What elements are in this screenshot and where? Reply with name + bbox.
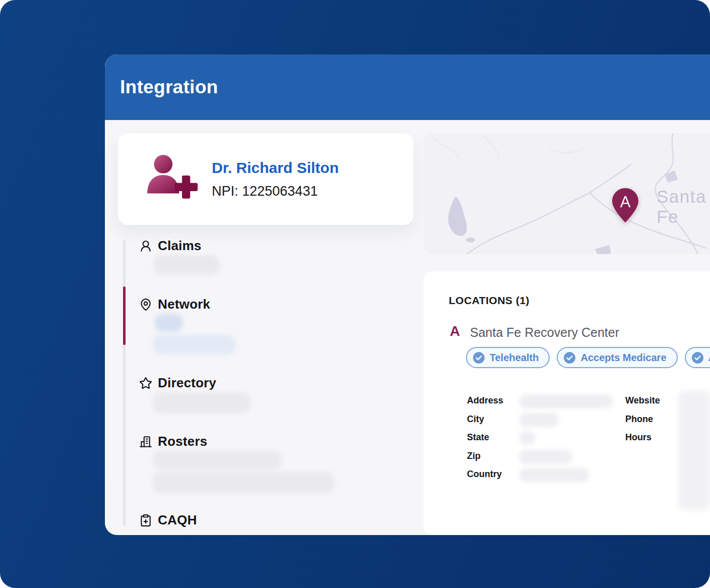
map-marker-letter: A <box>620 193 631 211</box>
clipboard-plus-icon <box>139 514 152 527</box>
map-lake <box>448 197 467 236</box>
sidebar-rail <box>123 240 126 526</box>
screen-background: Integration Dr. Richard Silton NPI: 1225… <box>0 0 710 588</box>
sidebar-item-rosters[interactable]: Rosters <box>139 434 207 449</box>
badge-label: Telehealth <box>490 352 539 364</box>
locations-card: LOCATIONS (1) A Santa Fe Recovery Center… <box>424 271 710 535</box>
badge-label: Accepts Medicare <box>580 352 666 364</box>
badge-accepts-medicare: Accepts Medicare <box>557 347 677 368</box>
redacted-claims-value <box>154 255 219 274</box>
detail-label-address: Address <box>467 395 503 406</box>
redacted-country-value <box>519 468 589 482</box>
check-circle-icon <box>563 351 576 364</box>
provider-npi: NPI: 1225063431 <box>212 184 318 199</box>
redacted-network-link <box>153 335 235 354</box>
detail-label-website: Website <box>625 395 660 406</box>
detail-label-state: State <box>467 432 489 443</box>
star-icon <box>139 377 152 390</box>
sidebar-active-indicator <box>123 286 126 345</box>
detail-label-city: City <box>467 414 484 425</box>
sidebar-item-directory[interactable]: Directory <box>139 375 216 391</box>
sidebar-item-claims[interactable]: Claims <box>139 238 201 254</box>
badge-label: Accepting Ne <box>708 352 710 364</box>
app-header: Integration <box>105 54 710 120</box>
redacted-address-value <box>519 394 613 408</box>
redacted-state-value <box>519 431 536 444</box>
sidebar-item-label: Claims <box>158 238 201 254</box>
redacted-zip-value <box>519 450 572 464</box>
badge-telehealth: Telehealth <box>466 347 550 368</box>
check-circle-icon <box>691 351 704 364</box>
sidebar-item-label: Rosters <box>158 434 207 449</box>
provider-name-link[interactable]: Dr. Richard Silton <box>212 159 339 177</box>
locations-header: LOCATIONS (1) <box>449 295 529 307</box>
building-icon <box>139 435 152 448</box>
sidebar-item-label: Directory <box>158 375 216 391</box>
page-title: Integration <box>120 77 218 98</box>
sidebar-item-label: Network <box>158 297 210 312</box>
detail-label-hours: Hours <box>625 432 652 443</box>
sidebar-item-caqh[interactable]: CAQH <box>139 512 197 528</box>
map-pin-icon <box>139 298 152 311</box>
detail-label-phone: Phone <box>625 414 653 425</box>
detail-label-zip: Zip <box>467 451 481 461</box>
map-place-label: Santa Fe <box>657 187 710 227</box>
location-marker-letter: A <box>450 323 460 339</box>
redacted-network-value <box>155 314 183 332</box>
map-marker-a-icon: A <box>612 188 639 227</box>
redacted-directory-value <box>153 392 251 414</box>
provider-card: Dr. Richard Silton NPI: 1225063431 <box>118 133 413 225</box>
detail-label-country: Country <box>467 469 502 480</box>
map-preview: Santa Fe A <box>424 133 710 254</box>
person-plus-icon <box>144 150 199 205</box>
check-circle-icon <box>472 351 485 364</box>
location-badges: Telehealth Accepts Medicare Accepting Ne <box>466 347 710 368</box>
redacted-rosters-value-1 <box>153 450 282 469</box>
redacted-contact-values <box>678 391 710 510</box>
location-name: Santa Fe Recovery Center <box>470 325 619 340</box>
sidebar-item-network[interactable]: Network <box>139 297 210 312</box>
app-window: Integration Dr. Richard Silton NPI: 1225… <box>105 54 710 535</box>
redacted-rosters-value-2 <box>153 472 334 493</box>
redacted-city-value <box>519 413 559 427</box>
sidebar-item-label: CAQH <box>158 512 197 528</box>
badge-accepting-new: Accepting Ne <box>685 347 710 368</box>
user-icon <box>139 240 152 253</box>
